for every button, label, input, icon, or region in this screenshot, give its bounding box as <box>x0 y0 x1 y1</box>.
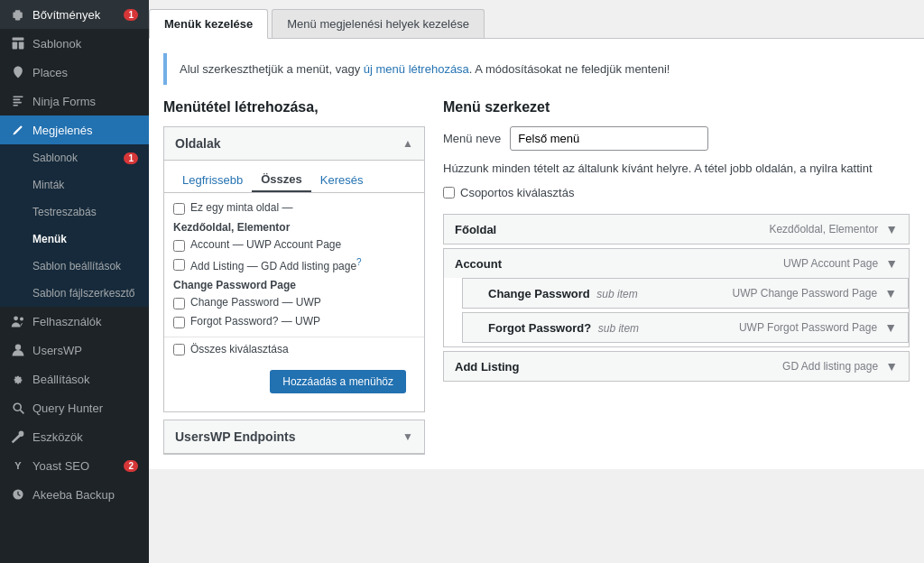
sidebar-label: Sablonok <box>32 152 78 164</box>
badge: 1 <box>124 152 138 164</box>
sidebar-item-sablon-beallitasok[interactable]: Sablon beállítások <box>0 253 149 280</box>
puzzle-icon <box>11 7 25 22</box>
settings-icon <box>11 372 25 386</box>
sidebar-item-userswp[interactable]: UsersWP <box>0 336 149 365</box>
menu-item-title: Add Listing <box>455 360 520 374</box>
tab-osszes[interactable]: Összes <box>252 168 311 192</box>
tab-legfrissebb[interactable]: Legfrissebb <box>173 168 252 192</box>
left-column: Menütétel létrehozása, Oldalak ▲ Legfris… <box>163 99 425 455</box>
svg-point-10 <box>15 345 21 350</box>
menu-item-fooldal: Főoldal Kezdőoldal, Elementor ▼ <box>443 214 910 245</box>
group-selection-checkbox[interactable] <box>443 187 455 198</box>
menu-item-change-password-header[interactable]: Change Password sub item UWP Change Pass… <box>463 279 908 308</box>
svg-rect-2 <box>19 42 24 49</box>
add-to-menu-button[interactable]: Hozzáadás a menühöz <box>270 370 406 393</box>
sidebar-item-felhasznalok[interactable]: Felhasználók <box>0 307 149 336</box>
sidebar-item-testreszabas[interactable]: Testreszabás <box>0 198 149 226</box>
menu-item-add-listing-header[interactable]: Add Listing GD Add listing page ▼ <box>444 352 909 381</box>
page-group-change-password: Change Password Page <box>173 275 415 293</box>
template-icon <box>11 36 25 51</box>
sidebar-item-bovitmenyek[interactable]: Bővítmények 1 <box>0 0 149 29</box>
chevron-down-icon: ▼ <box>884 286 897 300</box>
svg-rect-4 <box>13 96 23 97</box>
notice-text-after: . A módosításokat ne feledjük menteni! <box>469 62 670 76</box>
page-label: Add Listing — GD Add listing page? <box>190 257 362 272</box>
menu-name-input[interactable] <box>510 126 708 151</box>
sidebar-item-ninja-forms[interactable]: Ninja Forms <box>0 87 149 115</box>
page-label: Ez egy minta oldal — <box>190 201 292 214</box>
svg-rect-1 <box>13 42 18 49</box>
accordion-userswp: UsersWP Endpoints ▼ <box>163 420 425 455</box>
sidebar-label: Beállítások <box>32 373 90 386</box>
sidebar-item-megjelenes[interactable]: Megjelenés <box>0 115 149 144</box>
notice-link[interactable]: új menü létrehozása <box>364 62 469 76</box>
sidebar-item-eszkozok[interactable]: Eszközök <box>0 422 149 451</box>
sidebar-item-places[interactable]: Places <box>0 58 149 87</box>
menu-hint: Húzzunk minden tételt az általunk kívánt… <box>443 162 910 175</box>
page-checkbox-add-listing[interactable] <box>173 259 185 271</box>
tab-kereses[interactable]: Keresés <box>311 168 373 192</box>
menu-item-account-title: Account <box>455 257 502 271</box>
sidebar-label: Menük <box>32 233 67 245</box>
page-group-kezdooldal: Kezdőoldal, Elementor <box>173 217 415 235</box>
svg-point-9 <box>20 318 23 321</box>
badge: 2 <box>124 460 138 472</box>
menu-item-fooldal-right: Kezdőoldal, Elementor ▼ <box>769 222 898 236</box>
page-checkbox-change-password[interactable] <box>173 298 185 309</box>
sidebar-item-sablon-fajlszerkeszto[interactable]: Sablon fájlszerkesztő <box>0 280 149 307</box>
page-item-change-password: Change Password — UWP <box>173 293 415 312</box>
sidebar-label: Sablon fájlszerkesztő <box>32 287 134 300</box>
sidebar-item-menu[interactable]: Menük <box>0 226 149 253</box>
select-all-checkbox[interactable] <box>173 344 185 355</box>
tab-locations[interactable]: Menü megjelenési helyek kezelése <box>272 9 485 38</box>
page-checkbox-minta[interactable] <box>173 203 185 215</box>
menu-item-account-header[interactable]: Account UWP Account Page ▼ <box>444 249 909 278</box>
menu-item-add-listing: Add Listing GD Add listing page ▼ <box>443 351 910 382</box>
menu-item-title: Forgot Password? <box>488 321 591 335</box>
menu-item-forgot-password-header[interactable]: Forgot Password? sub item UWP Forgot Pas… <box>463 313 908 342</box>
accordion-userswp-header[interactable]: UsersWP Endpoints ▼ <box>164 420 424 454</box>
menu-item-title: Change Password <box>488 287 590 300</box>
menu-item-change-password-title: Change Password sub item <box>488 287 638 300</box>
sidebar-item-yoast-seo[interactable]: Y Yoast SEO 2 <box>0 451 149 480</box>
user-icon <box>11 343 25 357</box>
svg-point-8 <box>14 316 18 320</box>
menu-item-change-password: Change Password sub item UWP Change Pass… <box>462 278 909 309</box>
pin-icon <box>11 65 25 79</box>
menu-item-right-label: Kezdőoldal, Elementor <box>769 223 878 235</box>
chevron-down-icon: ▼ <box>885 222 898 236</box>
sidebar-label: Eszközök <box>32 430 83 444</box>
group-selection-label: Csoportos kiválasztás <box>460 186 574 199</box>
page-item-forgot-password: Forgot Password? — UWP <box>173 312 415 331</box>
sidebar-item-query-hunter[interactable]: Query Hunter <box>0 393 149 422</box>
paint-icon <box>11 123 25 137</box>
pages-list: Ez egy minta oldal — Kezdőoldal, Element… <box>164 193 424 337</box>
sidebar-item-mintak[interactable]: Minták <box>0 171 149 198</box>
menu-item-right-label: UWP Forgot Password Page <box>739 321 877 334</box>
accordion-oldalak-header[interactable]: Oldalak ▲ <box>164 127 424 161</box>
left-section-title: Menütétel létrehozása, <box>163 99 425 115</box>
two-col-layout: Menütétel létrehozása, Oldalak ▲ Legfris… <box>163 99 910 455</box>
page-content: Alul szerkeszthetjük a menüt, vagy új me… <box>149 39 924 469</box>
yoast-icon: Y <box>11 458 25 473</box>
page-label: Change Password — UWP <box>190 296 321 309</box>
sidebar-item-beallitasok[interactable]: Beállítások <box>0 365 149 393</box>
svg-rect-6 <box>13 102 22 104</box>
menu-item-add-listing-title: Add Listing <box>455 360 520 374</box>
badge: 1 <box>124 9 138 21</box>
page-checkbox-account[interactable] <box>173 240 185 252</box>
tab-menus[interactable]: Menük kezelése <box>149 9 268 39</box>
menu-item-account: Account UWP Account Page ▼ Change Pas <box>443 248 910 347</box>
menu-name-label: Menü neve <box>443 132 501 145</box>
sidebar-label: UsersWP <box>32 344 82 357</box>
menu-item-title: Főoldal <box>455 223 496 236</box>
menu-item-fooldal-header[interactable]: Főoldal Kezdőoldal, Elementor ▼ <box>444 215 909 244</box>
sidebar-label: Sablonok <box>32 37 81 51</box>
sidebar-label: Yoast SEO <box>32 459 89 473</box>
page-checkbox-forgot-password[interactable] <box>173 317 185 328</box>
sidebar-item-sablonok-top[interactable]: Sablonok <box>0 29 149 58</box>
svg-line-13 <box>20 410 23 413</box>
page-item-minta: Ez egy minta oldal — <box>173 198 415 217</box>
sidebar-item-akeeba-backup[interactable]: Akeeba Backup <box>0 480 149 509</box>
sidebar-item-sablonok[interactable]: Sablonok 1 <box>0 144 149 171</box>
